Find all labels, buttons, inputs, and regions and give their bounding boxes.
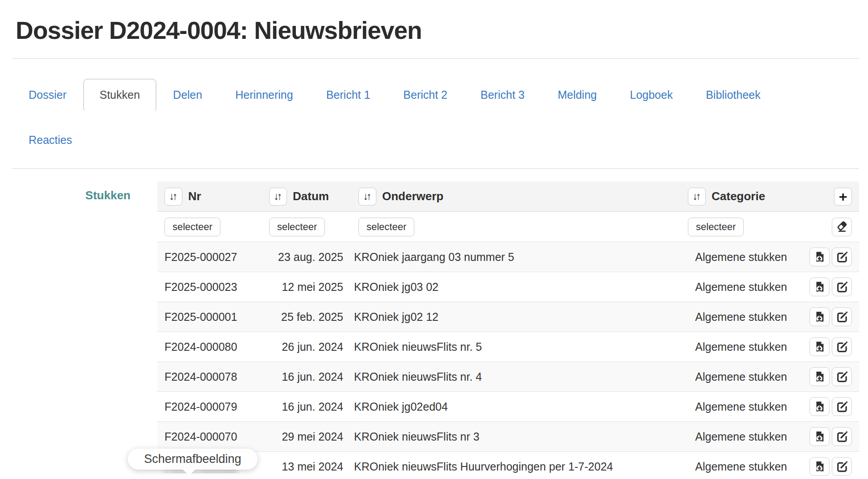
edit-document-button[interactable] [832, 397, 852, 416]
edit-document-button[interactable] [832, 277, 852, 296]
table-filter-row: selecteer selecteer selecteer selecteer [157, 212, 859, 242]
sort-datum-button[interactable]: ↓↑ [269, 188, 287, 206]
document-nr: F2024-000070 [164, 430, 237, 443]
tab-bibliotheek[interactable]: Bibliotheek [689, 79, 777, 111]
document-category: Algemene stukken [695, 370, 787, 383]
document-nr: F2025-000023 [164, 281, 237, 293]
file-download-icon [814, 341, 826, 353]
tabs-divider [12, 168, 859, 169]
document-subject: KROniek jg03 02 [354, 281, 438, 293]
file-download-icon [814, 431, 826, 442]
table-row[interactable]: F2024-000070 29 mei 2024 KROniek nieuwsF… [157, 421, 859, 451]
document-subject: KROniek nieuwsFlits nr. 4 [354, 370, 482, 383]
document-date: 12 mei 2025 [282, 281, 343, 293]
column-header-nr: ↓↑ Nr [157, 188, 262, 206]
dossier-page: Dossier D2024-0004: Nieuwsbrieven Dossie… [0, 0, 868, 479]
document-nr: F2024-000080 [164, 340, 237, 353]
sort-nr-button[interactable]: ↓↑ [164, 188, 182, 206]
tab-bericht-3[interactable]: Bericht 3 [464, 79, 541, 111]
table-body: F2025-000027 23 aug. 2025 KROniek jaarga… [157, 242, 859, 479]
clear-filters-button[interactable] [832, 218, 852, 236]
eraser-icon [836, 221, 848, 233]
sort-onderwerp-button[interactable]: ↓↑ [358, 188, 376, 206]
edit-pencil-icon [836, 401, 848, 412]
download-document-button[interactable] [809, 397, 830, 416]
document-date: 13 mei 2024 [282, 460, 343, 473]
download-document-button[interactable] [809, 248, 830, 266]
filter-datum-button[interactable]: selecteer [269, 218, 325, 236]
edit-document-button[interactable] [832, 367, 852, 386]
filter-categorie-button[interactable]: selecteer [688, 218, 744, 236]
document-category: Algemene stukken [695, 311, 787, 323]
section-label-column: Stukken [12, 181, 157, 479]
tab-dossier[interactable]: Dossier [12, 79, 83, 111]
download-document-button[interactable] [809, 457, 830, 476]
edit-document-button[interactable] [832, 307, 852, 326]
document-category: Algemene stukken [695, 460, 787, 473]
document-subject: KROniek nieuwsFlits nr. 5 [354, 340, 482, 353]
tab-bericht-1[interactable]: Bericht 1 [310, 79, 387, 111]
download-document-button[interactable] [809, 337, 830, 356]
tab-logboek[interactable]: Logboek [613, 79, 689, 111]
edit-document-button[interactable] [832, 427, 852, 446]
column-label-nr: Nr [188, 189, 201, 203]
table-row[interactable]: F2025-000023 12 mei 2025 KROniek jg03 02… [157, 272, 859, 302]
column-label-onderwerp: Onderwerp [382, 189, 443, 203]
dossier-tab-bar: DossierStukkenDelenHerinneringBericht 1B… [12, 79, 859, 156]
table-row[interactable]: F2024-000080 26 jun. 2024 KROniek nieuws… [157, 332, 859, 361]
edit-pencil-icon [836, 341, 848, 353]
edit-pencil-icon [836, 251, 848, 263]
table-row[interactable]: F2024-000068 13 mei 2024 KROniek nieuwsF… [157, 451, 859, 479]
filter-onderwerp-button[interactable]: selecteer [358, 218, 414, 236]
tab-delen[interactable]: Delen [156, 79, 219, 111]
download-document-button[interactable] [809, 307, 830, 326]
sort-categorie-button[interactable]: ↓↑ [688, 188, 706, 206]
document-category: Algemene stukken [695, 430, 787, 443]
document-category: Algemene stukken [695, 251, 787, 263]
table-header-row: ↓↑ Nr ↓↑ Datum ↓↑ Onderwerp ↓↑ Categorie [157, 181, 859, 212]
edit-pencil-icon [836, 281, 848, 293]
table-row[interactable]: F2024-000078 16 jun. 2024 KROniek nieuws… [157, 361, 859, 391]
document-category: Algemene stukken [695, 281, 787, 293]
document-category: Algemene stukken [695, 340, 787, 353]
filter-nr-button[interactable]: selecteer [164, 218, 220, 236]
document-date: 23 aug. 2025 [278, 251, 343, 263]
column-header-datum: ↓↑ Datum [262, 188, 351, 206]
document-nr: F2024-000079 [164, 400, 237, 413]
document-date: 29 mei 2024 [282, 430, 343, 443]
document-date: 16 jun. 2024 [282, 400, 343, 413]
document-subject: KROniek nieuwsFlits Huurverhogingen per … [354, 460, 613, 473]
edit-document-button[interactable] [832, 248, 852, 266]
column-header-actions: + [803, 188, 859, 206]
edit-document-button[interactable] [832, 337, 852, 356]
tab-melding[interactable]: Melding [541, 79, 614, 111]
download-document-button[interactable] [809, 427, 830, 446]
page-title: Dossier D2024-0004: Nieuwsbrieven [16, 16, 859, 45]
table-row[interactable]: F2025-000027 23 aug. 2025 KROniek jaarga… [157, 242, 859, 272]
stukken-table: ↓↑ Nr ↓↑ Datum ↓↑ Onderwerp ↓↑ Categorie [157, 181, 859, 479]
section-label: Stukken [85, 189, 131, 202]
tab-herinnering[interactable]: Herinnering [219, 79, 309, 111]
document-subject: KROniek jg02 12 [354, 311, 438, 323]
table-row[interactable]: F2024-000079 16 jun. 2024 KROniek jg02ed… [157, 391, 859, 421]
file-download-icon [814, 461, 826, 472]
table-row[interactable]: F2025-000001 25 feb. 2025 KROniek jg02 1… [157, 302, 859, 332]
tab-reacties[interactable]: Reacties [12, 124, 88, 156]
add-document-button[interactable]: + [834, 188, 852, 206]
column-label-datum: Datum [293, 189, 329, 203]
document-subject: KROniek nieuwsFlits nr 3 [354, 430, 480, 443]
edit-document-button[interactable] [832, 457, 852, 476]
edit-pencil-icon [836, 461, 848, 472]
column-label-categorie: Categorie [712, 189, 765, 203]
tab-stukken[interactable]: Stukken [83, 79, 156, 111]
tab-bericht-2[interactable]: Bericht 2 [387, 79, 464, 111]
download-document-button[interactable] [809, 367, 830, 386]
document-category: Algemene stukken [695, 400, 787, 413]
screenshot-tooltip-label: Schermafbeelding [144, 452, 241, 466]
edit-pencil-icon [836, 431, 848, 442]
download-document-button[interactable] [809, 277, 830, 296]
file-download-icon [814, 251, 826, 263]
title-divider [12, 58, 859, 59]
file-download-icon [814, 371, 826, 382]
document-nr: F2024-000078 [164, 370, 237, 383]
